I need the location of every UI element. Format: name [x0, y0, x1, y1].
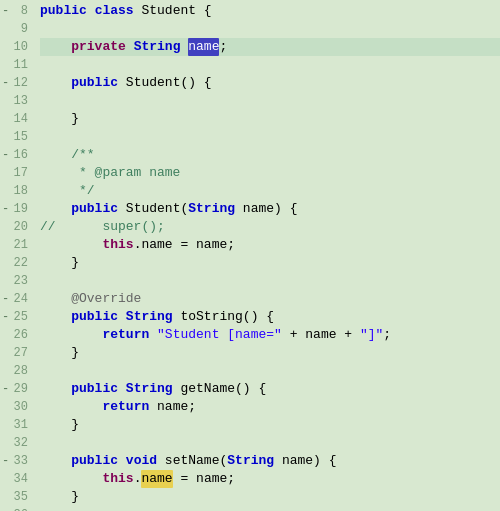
line-num-25: 25: [0, 308, 28, 326]
code-line-27: }: [40, 344, 500, 362]
code-line-18: */: [40, 182, 500, 200]
comment-end: */: [40, 182, 95, 200]
type-string5: String: [227, 452, 274, 470]
code-line-13: [40, 92, 500, 110]
line-num-21: 21: [0, 236, 28, 254]
line-num-22: 22: [0, 254, 28, 272]
type-string3: String: [126, 308, 173, 326]
code-line-9: [40, 20, 500, 38]
line-num-29: 29: [0, 380, 28, 398]
keyword-private: private: [71, 38, 126, 56]
line-num-20: 20: [0, 218, 28, 236]
code-line-19: public Student(String name) {: [40, 200, 500, 218]
line-num-35: 35: [0, 488, 28, 506]
line-num-27: 27: [0, 344, 28, 362]
code-line-31: }: [40, 416, 500, 434]
code-line-11: [40, 56, 500, 74]
keyword-void: void: [126, 452, 157, 470]
line-num-10: 10: [0, 38, 28, 56]
keyword-this2: this: [102, 470, 133, 488]
line-num-9: 9: [0, 20, 28, 38]
type-string2: String: [188, 200, 235, 218]
highlighted-name-yellow: name: [141, 470, 172, 488]
line-num-32: 32: [0, 434, 28, 452]
keyword-public2: public: [71, 74, 118, 92]
keyword-public: public: [40, 2, 87, 20]
code-line-14: }: [40, 110, 500, 128]
keyword-class: class: [95, 2, 134, 20]
code-line-15: [40, 128, 500, 146]
keyword-return2: return: [102, 398, 149, 416]
keyword-this: this: [102, 236, 133, 254]
line-num-11: 11: [0, 56, 28, 74]
line-num-23: 23: [0, 272, 28, 290]
code-line-35: }: [40, 488, 500, 506]
code-line-36: [40, 506, 500, 511]
code-line-26: return "Student [name=" + name + "]";: [40, 326, 500, 344]
code-line-23: [40, 272, 500, 290]
code-line-22: }: [40, 254, 500, 272]
line-num-26: 26: [0, 326, 28, 344]
code-line-28: [40, 362, 500, 380]
code-line-8: public class Student {: [40, 2, 500, 20]
type-string: String: [134, 38, 181, 56]
line-num-19: 19: [0, 200, 28, 218]
line-num-31: 31: [0, 416, 28, 434]
highlighted-name: name: [188, 38, 219, 56]
line-num-13: 13: [0, 92, 28, 110]
comment-param: * @param name: [40, 164, 180, 182]
line-num-33: 33: [0, 452, 28, 470]
keyword-public5: public: [71, 380, 118, 398]
code-line-12: public Student() {: [40, 74, 500, 92]
code-line-17: * @param name: [40, 164, 500, 182]
type-string4: String: [126, 380, 173, 398]
code-content: public class Student { private String na…: [36, 2, 500, 511]
code-line-25: public String toString() {: [40, 308, 500, 326]
line-number-gutter: 8 9 10 11 12 13 14 15 16 17 18 19 20 21 …: [0, 2, 36, 511]
code-line-34: this.name = name;: [40, 470, 500, 488]
line-num-15: 15: [0, 128, 28, 146]
code-line-33: public void setName(String name) {: [40, 452, 500, 470]
keyword-public6: public: [71, 452, 118, 470]
line-num-24: 24: [0, 290, 28, 308]
line-num-12: 12: [0, 74, 28, 92]
line-num-16: 16: [0, 146, 28, 164]
code-line-24: @Override: [40, 290, 500, 308]
keyword-public4: public: [71, 308, 118, 326]
code-line-16: /**: [40, 146, 500, 164]
line-num-34: 34: [0, 470, 28, 488]
code-line-20: // super();: [40, 218, 500, 236]
line-num-18: 18: [0, 182, 28, 200]
line-num-30: 30: [0, 398, 28, 416]
code-line-32: [40, 434, 500, 452]
code-line-30: return name;: [40, 398, 500, 416]
line-num-14: 14: [0, 110, 28, 128]
line-num-28: 28: [0, 362, 28, 380]
code-editor: 8 9 10 11 12 13 14 15 16 17 18 19 20 21 …: [0, 0, 500, 511]
commented-super: // super();: [40, 218, 165, 236]
keyword-public3: public: [71, 200, 118, 218]
string-literal1: "Student [name=": [157, 326, 282, 344]
comment-start: /**: [40, 146, 95, 164]
code-line-10: private String name;: [40, 38, 500, 56]
line-num-17: 17: [0, 164, 28, 182]
annotation-override: @Override: [40, 290, 141, 308]
code-line-21: this.name = name;: [40, 236, 500, 254]
line-num-8: 8: [0, 2, 28, 20]
keyword-return: return: [102, 326, 149, 344]
code-line-29: public String getName() {: [40, 380, 500, 398]
string-literal2: "]": [360, 326, 383, 344]
line-num-36: 36: [0, 506, 28, 511]
